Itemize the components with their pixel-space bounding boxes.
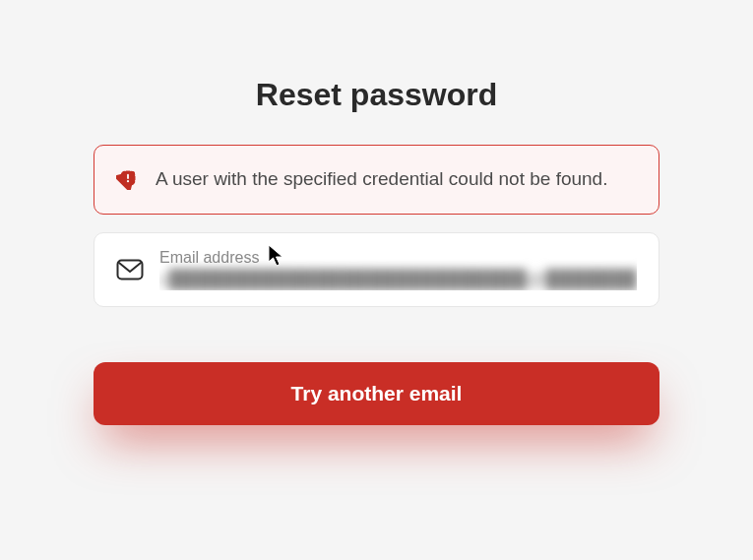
error-alert: A user with the specified credential cou… — [94, 145, 659, 215]
alert-icon — [116, 166, 140, 190]
email-label: Email address — [159, 249, 637, 267]
email-input-group: Email address c█████████████████████████… — [159, 249, 637, 290]
page-title: Reset password — [256, 77, 497, 113]
svg-rect-3 — [127, 174, 129, 179]
reset-password-form: A user with the specified credential cou… — [94, 145, 659, 425]
try-another-email-button[interactable]: Try another email — [94, 362, 659, 425]
email-field[interactable]: Email address c█████████████████████████… — [94, 232, 659, 307]
mail-icon — [116, 256, 144, 283]
svg-point-2 — [127, 180, 129, 182]
error-message: A user with the specified credential cou… — [156, 165, 607, 194]
email-value: c███████████████████████████@███████████… — [159, 269, 637, 290]
svg-rect-4 — [118, 260, 143, 279]
